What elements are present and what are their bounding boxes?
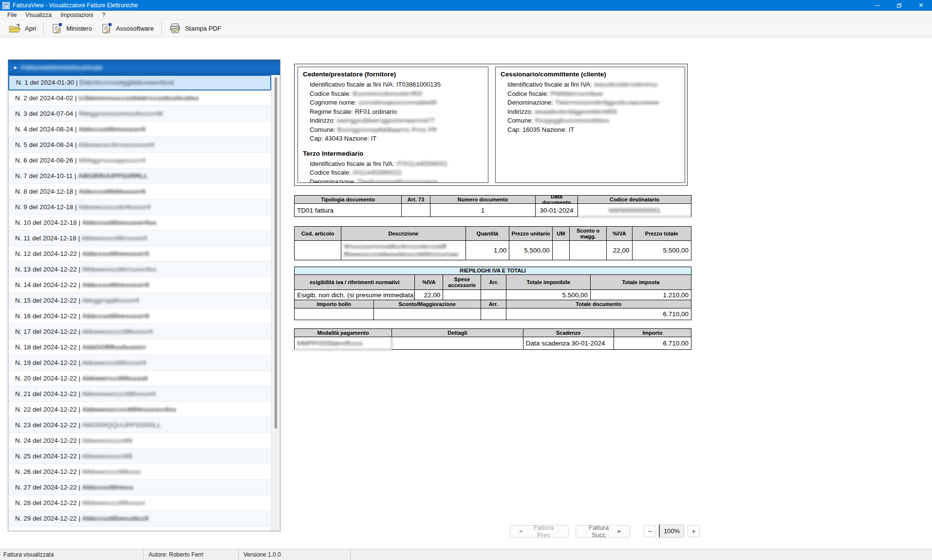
list-item[interactable]: N. 15 del 2024-12-22 | Abbggrrqqllllssss… bbox=[8, 293, 271, 308]
list-item[interactable]: N. 12 del 2024-12-22 | Abbccssttllnnssss… bbox=[8, 246, 271, 262]
column-header: Scadenze bbox=[523, 329, 614, 337]
totale-documento-value: 6.710,00 bbox=[506, 308, 691, 320]
list-item[interactable]: N. 23 del 2024-12-22 | AWGRRQQUUPPSSRRLL bbox=[8, 417, 271, 433]
arrow-icon: ► bbox=[13, 65, 18, 70]
column-header: Tipologia documento bbox=[295, 196, 402, 204]
column-header: UM bbox=[553, 227, 570, 241]
toolbar-separator bbox=[161, 22, 162, 35]
list-item[interactable]: N. 18 del 2024-12-22 | AbbGGRRssllssnnrr bbox=[8, 340, 271, 355]
list-item[interactable]: N. 25 del 2024-12-22 | Abbwwssccccttllll bbox=[8, 449, 271, 464]
invoice-list-header: ► Fattureelettronichecaricate bbox=[8, 60, 280, 75]
zoom-in-button[interactable]: + bbox=[688, 525, 700, 537]
list-item[interactable]: N. 20 del 2024-12-22 | Abbwwrrccllllttss… bbox=[8, 371, 271, 386]
list-item[interactable]: N. 3 del 2024-07-04 | Rbbggssnnssmmsslls… bbox=[8, 106, 271, 122]
list-item[interactable]: N. 13 del 2024-12-22 | Wbbwwssccttllrrss… bbox=[8, 262, 271, 277]
tipologia-documento-value: TD01 fattura bbox=[295, 204, 402, 217]
modalita-pagamento-value: MMPP0055bbnnffccss bbox=[295, 337, 392, 350]
supplier-box: Cedente/prestatore (fornitore) Identific… bbox=[298, 67, 488, 183]
open-label: Apri bbox=[25, 25, 36, 32]
open-button[interactable]: Apri bbox=[4, 21, 40, 35]
next-invoice-button[interactable]: Fattura Succ ► bbox=[576, 525, 630, 538]
list-item[interactable]: N. 28 del 2024-12-22 | Wbbwwccccttllllss… bbox=[8, 495, 271, 511]
zoom-out-button[interactable]: − bbox=[644, 525, 656, 537]
summary-title: RIEPILOGHI IVA E TOTALI bbox=[295, 267, 691, 275]
party-line: Codice fiscale:Bssmmrrccttnnsskkrrff00 bbox=[310, 90, 483, 99]
column-header: Totale documento bbox=[506, 300, 691, 308]
list-item[interactable]: N. 9 del 2024-12-18 | Abbwwssccccttrrlls… bbox=[8, 199, 271, 215]
list-item[interactable]: N. 24 del 2024-12-22 | Abbwwssccccttllll bbox=[8, 433, 271, 449]
list-item[interactable]: N. 22 del 2024-12-22 | Abbwwssccccttllhh… bbox=[8, 402, 271, 417]
spese-accessorie-value bbox=[443, 290, 481, 300]
column-header: Dettagli bbox=[392, 329, 523, 337]
um-value bbox=[553, 241, 570, 260]
list-item[interactable]: N. 4 del 2024-08-24 | Abbccssttllnnssssr… bbox=[8, 122, 271, 137]
arrotondamento-value bbox=[481, 290, 506, 300]
column-header: Importo bbox=[614, 329, 691, 337]
list-item[interactable]: N. 8 del 2024-12-18 | Abbccssttllddssssr… bbox=[8, 184, 271, 199]
sconto-maggiorazione-value bbox=[374, 308, 481, 320]
data-documento-value: 30-01-2024 bbox=[536, 204, 578, 217]
list-item[interactable]: N. 26 del 2024-12-22 | Wbbwwccccttllllss… bbox=[8, 464, 271, 480]
document-table: Tipologia documento Art. 73 Numero docum… bbox=[294, 195, 691, 217]
menu-impostazioni[interactable]: Impostazioni bbox=[56, 11, 97, 19]
assosoftware-label: Assosoftware bbox=[116, 25, 154, 32]
esigibilita-value: Esigib. non dich. (si presume immediata) bbox=[295, 290, 415, 300]
close-button[interactable]: × bbox=[910, 0, 932, 11]
supplier-lines: Identificativo fiscale ai fini IVA:IT038… bbox=[303, 80, 483, 144]
list-scrollbar[interactable] bbox=[271, 75, 280, 531]
minimize-button[interactable] bbox=[866, 0, 888, 11]
list-item[interactable]: N. 21 del 2024-12-22 | Abbwwwwccccttllll… bbox=[8, 386, 271, 402]
menu-help[interactable]: ? bbox=[98, 11, 110, 19]
column-header: Sconto/Maggiorazione bbox=[374, 300, 481, 308]
column-header: %IVA bbox=[415, 275, 443, 290]
list-item[interactable]: N. 16 del 2024-12-22 | Abbccssttllnnssss… bbox=[8, 308, 271, 324]
party-line: Cap: 43043 Nazione: IT bbox=[310, 134, 483, 144]
list-item[interactable]: N. 19 del 2024-12-22 | Abbwwccccttllllss… bbox=[8, 355, 271, 371]
invoice-list-panel: ► Fattureelettronichecaricate N. 1 del 2… bbox=[8, 59, 280, 531]
column-header: Importo bollo bbox=[295, 300, 374, 308]
restore-button[interactable] bbox=[888, 0, 910, 11]
list-item[interactable]: N. 27 del 2024-12-22 | Abbccssttllnnss bbox=[8, 480, 271, 495]
column-header: Totale imponibile bbox=[506, 275, 591, 290]
menu-file[interactable]: File bbox=[3, 11, 21, 19]
line-items-table: Cod. articolo Descrizione Quantità Prezz… bbox=[294, 226, 691, 260]
list-item[interactable]: N. 17 del 2024-12-22 | Abbwwssccccttllll… bbox=[8, 324, 271, 340]
customer-title: Cessionario/committente (cliente) bbox=[501, 71, 680, 78]
toolbar-separator bbox=[43, 22, 44, 35]
list-item[interactable]: N. 1 del 2024-01-30 | Ebbrrttccnnssllggb… bbox=[8, 75, 271, 90]
ministero-button[interactable]: Ministero bbox=[47, 21, 96, 36]
party-line: Comune:Bssrrggssvvaallddttaarrss Prrss P… bbox=[310, 126, 483, 135]
assosoftware-button[interactable]: Assosoftware bbox=[96, 21, 158, 36]
column-header: %IVA bbox=[607, 227, 632, 241]
party-line: Identificativo fiscale ai fini IVA:IT001… bbox=[310, 160, 483, 169]
invoice-list: N. 1 del 2024-01-30 | Ebbrrttccnnssllggb… bbox=[8, 75, 271, 531]
document-icon bbox=[101, 22, 112, 34]
print-pdf-label: Stampa PDF bbox=[185, 25, 221, 32]
list-item[interactable]: N. 2 del 2024-04-02 | UJbbnnvvssccssttdd… bbox=[8, 90, 271, 106]
list-item[interactable]: N. 29 del 2024-12-22 | Abbccssttllnnsstt… bbox=[8, 511, 271, 526]
list-item[interactable]: N. 14 del 2024-12-22 | Abbccssttllnnssss… bbox=[8, 277, 271, 293]
scrollbar-thumb[interactable] bbox=[275, 77, 277, 429]
list-item[interactable]: N. 11 del 2024-12-18 | Abbwwssccttllrrss… bbox=[8, 231, 271, 246]
iva-value: 22,00 bbox=[607, 241, 632, 260]
navigation-controls: ◄ Fattura Prec Fattura Succ ► − 100% + bbox=[510, 524, 700, 538]
menu-visualizza[interactable]: Visualizza bbox=[21, 11, 56, 19]
document-icon bbox=[51, 22, 63, 34]
app-icon bbox=[2, 2, 10, 9]
statusbar: Fattura visualizzata Autore: Roberto Fer… bbox=[0, 549, 932, 560]
prev-invoice-button[interactable]: ◄ Fattura Prec bbox=[510, 525, 569, 538]
customer-lines: Identificativo fiscale ai fini IVA:wwsst… bbox=[501, 80, 680, 134]
print-pdf-button[interactable]: Stampa PDF bbox=[165, 21, 225, 36]
minimize-icon bbox=[875, 5, 880, 6]
party-line: Comune:Rssppggllssccmmssttbbss bbox=[507, 116, 680, 126]
list-item[interactable]: N. 6 del 2024-08-26 | Wbbggrrssuuppssccr… bbox=[8, 153, 271, 168]
importo-bollo-value bbox=[295, 308, 374, 320]
menubar: File Visualizza Impostazioni ? bbox=[0, 11, 932, 19]
list-item[interactable]: N. 10 del 2024-12-18 | Abbccssttllnnssss… bbox=[8, 215, 271, 231]
column-header: Codice destinatario bbox=[578, 196, 691, 204]
list-item[interactable]: N. 5 del 2024-08-24 | Abbwwssccttrrssccs… bbox=[8, 137, 271, 153]
status-author: Autore: Roberto Ferri bbox=[144, 549, 239, 560]
party-line: Regime fiscale:RF01 ordinario bbox=[310, 108, 483, 117]
list-item[interactable]: N. 7 del 2024-10-11 | AWGRRUUPPSSRRLL bbox=[8, 168, 271, 184]
open-folder-icon bbox=[8, 23, 21, 34]
